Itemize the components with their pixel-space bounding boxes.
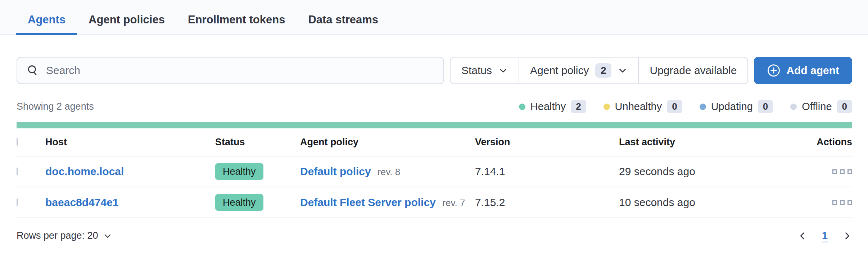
filter-upgrade-available-label: Upgrade available (650, 64, 737, 77)
table-footer: Rows per page: 20 1 (17, 230, 852, 242)
agent-policy-link[interactable]: Default Fleet Server policy (300, 196, 436, 208)
filter-upgrade-available[interactable]: Upgrade available (638, 58, 747, 83)
agents-table: Host Status Agent policy Version Last ac… (17, 128, 852, 218)
filter-agent-policy[interactable]: Agent policy 2 (519, 58, 638, 83)
legend-count-badge: 0 (758, 100, 773, 113)
unhealthy-dot-icon (603, 104, 610, 110)
table-header-row: Host Status Agent policy Version Last ac… (17, 128, 852, 156)
updating-dot-icon (700, 104, 706, 110)
showing-agents-count: Showing 2 agents (17, 101, 94, 112)
agent-health-bar-fill (17, 122, 852, 128)
row-actions-icon[interactable] (832, 169, 852, 174)
chevron-down-icon (618, 66, 627, 75)
filter-agent-policy-count-badge: 2 (595, 63, 611, 78)
pagination: 1 (797, 230, 852, 242)
table-body: doc.home.local Healthy Default policy re… (17, 156, 852, 218)
host-link[interactable]: baeac8d474e1 (45, 196, 119, 208)
legend-count-badge: 2 (571, 100, 586, 113)
agent-health-bar (17, 122, 852, 128)
summary-row: Showing 2 agents Healthy 2 Unhealthy 0 U… (17, 100, 852, 113)
rows-per-page-label: Rows per page: 20 (17, 230, 98, 241)
legend-count-badge: 0 (837, 100, 852, 113)
agents-toolbar: Search Status Agent policy 2 Upgrade ava… (17, 57, 852, 84)
legend-label: Offline (802, 101, 832, 113)
status-badge: Healthy (215, 194, 263, 211)
row-checkbox[interactable] (17, 198, 18, 206)
rows-per-page-selector[interactable]: Rows per page: 20 (17, 230, 112, 241)
legend-label: Unhealthy (615, 101, 662, 113)
legend-label: Updating (711, 101, 753, 113)
search-icon (27, 64, 39, 77)
row-checkbox[interactable] (17, 168, 18, 175)
last-activity: 29 seconds ago (619, 165, 810, 178)
agent-version: 7.14.1 (475, 165, 619, 178)
column-header-version: Version (475, 137, 619, 148)
row-actions-icon[interactable] (832, 200, 852, 205)
column-header-last-activity: Last activity (619, 137, 810, 148)
previous-page-button[interactable] (797, 231, 808, 241)
table-row: baeac8d474e1 Healthy Default Fleet Serve… (17, 187, 852, 218)
filter-agent-policy-label: Agent policy (530, 64, 589, 77)
select-all-checkbox[interactable] (17, 138, 18, 146)
tab-agent-policies[interactable]: Agent policies (77, 5, 176, 35)
legend-count-badge: 0 (667, 100, 682, 113)
agent-health-legend: Healthy 2 Unhealthy 0 Updating 0 Offline… (519, 100, 852, 113)
agent-version: 7.15.2 (475, 196, 619, 209)
column-header-agent-policy: Agent policy (300, 137, 475, 148)
legend-label: Healthy (530, 101, 566, 113)
host-link[interactable]: doc.home.local (45, 165, 124, 177)
filter-status-label: Status (461, 64, 492, 77)
offline-dot-icon (790, 104, 797, 110)
tab-enrollment-tokens[interactable]: Enrollment tokens (176, 5, 297, 35)
plus-circle-icon (767, 64, 781, 77)
column-header-actions: Actions (810, 137, 852, 148)
fleet-tabs-bar: Agents Agent policies Enrollment tokens … (0, 0, 868, 35)
add-agent-label: Add agent (786, 64, 839, 77)
chevron-down-icon (498, 66, 508, 75)
page-number-1[interactable]: 1 (822, 230, 828, 242)
legend-item-offline: Offline 0 (790, 100, 852, 113)
last-activity: 10 seconds ago (619, 196, 810, 209)
column-header-host: Host (45, 137, 215, 148)
tab-data-streams[interactable]: Data streams (297, 5, 390, 35)
next-page-button[interactable] (842, 231, 852, 241)
filter-status[interactable]: Status (451, 58, 519, 83)
filter-group: Status Agent policy 2 Upgrade available (450, 57, 748, 84)
tab-agents[interactable]: Agents (16, 5, 77, 35)
status-badge: Healthy (215, 163, 263, 180)
policy-revision: rev. 8 (378, 166, 400, 177)
table-row: doc.home.local Healthy Default policy re… (17, 156, 852, 187)
column-header-status: Status (215, 137, 300, 148)
healthy-dot-icon (519, 104, 525, 110)
search-placeholder: Search (46, 64, 80, 77)
legend-item-unhealthy: Unhealthy 0 (603, 100, 682, 113)
add-agent-button[interactable]: Add agent (754, 57, 852, 84)
legend-item-healthy: Healthy 2 (519, 100, 586, 113)
legend-item-updating: Updating 0 (700, 100, 773, 113)
search-input[interactable]: Search (17, 57, 444, 84)
policy-revision: rev. 7 (442, 197, 465, 208)
chevron-down-icon (103, 232, 112, 240)
agent-policy-link[interactable]: Default policy (300, 165, 371, 177)
